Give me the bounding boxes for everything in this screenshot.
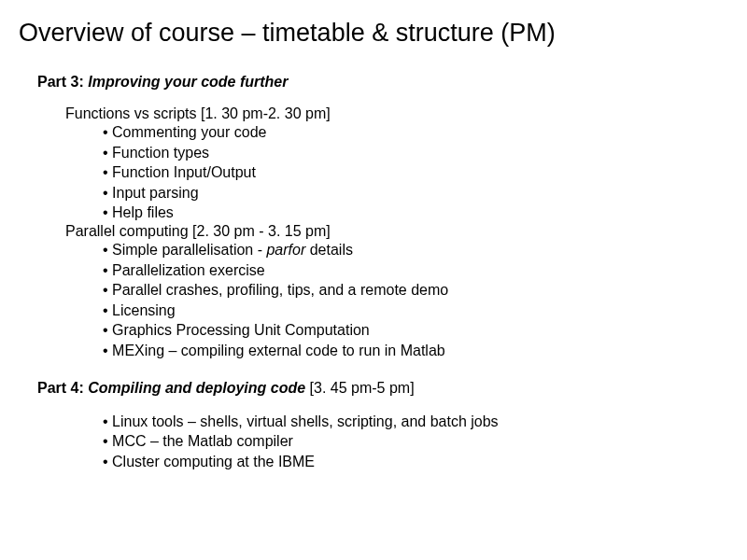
- part3-topic1: Functions vs scripts [1. 30 pm-2. 30 pm]…: [19, 105, 728, 223]
- list-item: Commenting your code: [103, 122, 728, 143]
- list-item: Cluster computing at the IBME: [103, 452, 728, 472]
- part4-time: [3. 45 pm-5 pm]: [305, 380, 415, 396]
- slide: Overview of course – timetable & structu…: [0, 0, 747, 471]
- topic2-list: Simple parallelisation - parfor details …: [103, 240, 728, 361]
- part3-label: Part 3:: [37, 74, 88, 90]
- part4-label: Part 4:: [37, 380, 88, 396]
- list-item: Licensing: [103, 301, 728, 321]
- list-item: Parallel crashes, profiling, tips, and a…: [103, 280, 728, 301]
- topic2-heading: Parallel computing [2. 30 pm - 3. 15 pm]: [65, 223, 728, 240]
- part4-title: Compiling and deploying code: [88, 380, 305, 396]
- list-item: Function types: [103, 143, 728, 163]
- list-item: Help files: [103, 203, 728, 223]
- list-item: Function Input/Output: [103, 162, 728, 183]
- part4-list: Linux tools – shells, virtual shells, sc…: [103, 412, 728, 472]
- page-title: Overview of course – timetable & structu…: [19, 19, 728, 48]
- list-item: Input parsing: [103, 183, 728, 203]
- part3-heading: Part 3: Improving your code further: [37, 74, 728, 91]
- text: Simple parallelisation -: [112, 242, 266, 258]
- list-item: Parallelization exercise: [103, 260, 728, 281]
- text: details: [305, 242, 353, 258]
- topic1-heading: Functions vs scripts [1. 30 pm-2. 30 pm]: [65, 105, 728, 122]
- list-item: Simple parallelisation - parfor details: [103, 240, 728, 260]
- parfor-em: parfor: [266, 242, 305, 258]
- list-item: MEXing – compiling external code to run …: [103, 341, 728, 361]
- list-item: Graphics Processing Unit Computation: [103, 320, 728, 341]
- list-item: MCC – the Matlab compiler: [103, 431, 728, 452]
- spacer: [19, 361, 728, 380]
- topic1-list: Commenting your code Function types Func…: [103, 122, 728, 223]
- list-item: Linux tools – shells, virtual shells, sc…: [103, 412, 728, 432]
- part3-topic2: Parallel computing [2. 30 pm - 3. 15 pm]…: [19, 223, 728, 361]
- part4-heading: Part 4: Compiling and deploying code [3.…: [37, 380, 728, 397]
- part3-title: Improving your code further: [88, 74, 288, 90]
